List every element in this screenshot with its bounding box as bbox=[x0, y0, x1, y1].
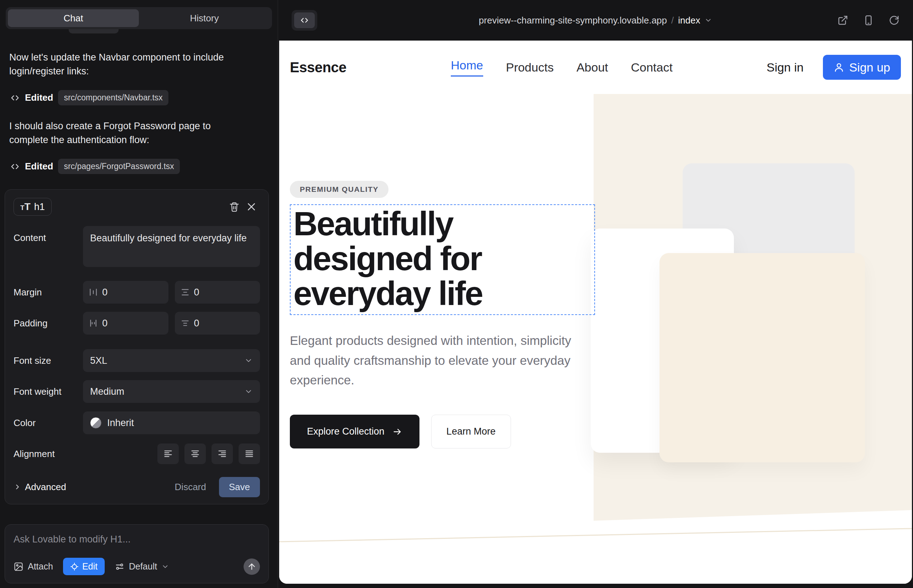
site-preview: Essence Home Products About Contact Sign… bbox=[279, 40, 912, 584]
hero-cta-row: Explore Collection Learn More bbox=[290, 415, 607, 449]
save-button[interactable]: Save bbox=[219, 477, 260, 497]
close-editor-button[interactable] bbox=[243, 198, 260, 215]
nav-link-home[interactable]: Home bbox=[451, 58, 483, 76]
app-root: Chat History Now let's update the Navbar… bbox=[0, 0, 913, 588]
sign-up-button[interactable]: Sign up bbox=[823, 55, 901, 80]
attach-button[interactable]: Attach bbox=[13, 561, 53, 572]
tab-history[interactable]: History bbox=[139, 9, 270, 27]
explore-collection-button[interactable]: Explore Collection bbox=[290, 415, 419, 449]
hero-content: PREMIUM QUALITY Beautifully designed for… bbox=[279, 94, 607, 449]
content-textarea[interactable]: Beautifully designed for everyday life bbox=[83, 226, 260, 267]
selected-h1-outline[interactable]: Beautifully designed for everyday life bbox=[290, 204, 595, 315]
composer-input[interactable] bbox=[13, 534, 260, 545]
code-icon bbox=[294, 13, 315, 28]
padding-row: Padding bbox=[13, 312, 260, 334]
preview-panel: preview--charming-site-symphony.lovable.… bbox=[278, 0, 913, 588]
font-weight-row: Font weight Medium bbox=[13, 380, 260, 403]
close-icon bbox=[246, 202, 257, 212]
refresh-icon bbox=[889, 15, 900, 26]
align-center-icon bbox=[190, 449, 200, 459]
font-weight-label: Font weight bbox=[13, 386, 83, 397]
font-weight-value: Medium bbox=[90, 386, 124, 397]
chat-messages: Now let's update the Navbar component to… bbox=[0, 50, 278, 174]
align-center-button[interactable] bbox=[185, 444, 206, 464]
mobile-view-button[interactable] bbox=[863, 15, 874, 26]
padding-y-field[interactable] bbox=[175, 312, 260, 334]
chevron-down-icon bbox=[704, 16, 712, 24]
color-select[interactable]: Inherit bbox=[83, 412, 260, 434]
code-icon bbox=[10, 162, 20, 171]
code-view-toggle[interactable] bbox=[291, 10, 317, 31]
site-brand[interactable]: Essence bbox=[290, 60, 346, 76]
padding-x-field[interactable] bbox=[83, 312, 168, 334]
align-justify-icon bbox=[244, 449, 254, 459]
sliders-icon bbox=[115, 562, 125, 572]
chat-history-tabs: Chat History bbox=[6, 7, 272, 29]
refresh-button[interactable] bbox=[889, 15, 900, 26]
headline-line-2: designed for bbox=[293, 241, 590, 276]
edited-file-badge[interactable]: src/pages/ForgotPassword.tsx bbox=[58, 159, 180, 174]
color-swatch bbox=[90, 417, 102, 428]
edited-label: Edited bbox=[25, 92, 53, 103]
nav-link-contact[interactable]: Contact bbox=[631, 60, 673, 74]
tab-chat[interactable]: Chat bbox=[8, 9, 139, 27]
headline-line-1: Beautifully bbox=[293, 207, 590, 241]
discard-button[interactable]: Discard bbox=[169, 478, 212, 496]
open-external-button[interactable] bbox=[837, 15, 848, 26]
attach-label: Attach bbox=[28, 561, 53, 572]
chevron-down-icon bbox=[244, 356, 253, 365]
padding-x-input[interactable] bbox=[102, 318, 163, 329]
default-label: Default bbox=[129, 561, 157, 572]
url-bar[interactable]: preview--charming-site-symphony.lovable.… bbox=[479, 15, 712, 26]
padding-y-input[interactable] bbox=[194, 318, 254, 329]
font-weight-select[interactable]: Medium bbox=[83, 380, 260, 403]
chevron-right-icon bbox=[13, 483, 21, 491]
color-row: Color Inherit bbox=[13, 412, 260, 434]
align-left-button[interactable] bbox=[157, 444, 179, 464]
chevron-down-icon bbox=[161, 563, 169, 570]
editor-footer: Advanced Discard Save bbox=[13, 477, 260, 497]
nav-link-products[interactable]: Products bbox=[506, 60, 554, 74]
typography-icon: TT bbox=[20, 201, 31, 213]
sign-in-link[interactable]: Sign in bbox=[767, 60, 804, 74]
nav-link-about[interactable]: About bbox=[576, 60, 608, 74]
default-mode-button[interactable]: Default bbox=[115, 561, 169, 572]
align-justify-button[interactable] bbox=[239, 444, 260, 464]
site-navbar: Essence Home Products About Contact Sign… bbox=[279, 40, 912, 94]
margin-x-input[interactable] bbox=[102, 287, 163, 298]
selected-element-pill[interactable]: TT h1 bbox=[13, 198, 52, 216]
margin-label: Margin bbox=[13, 287, 83, 298]
align-right-button[interactable] bbox=[212, 444, 233, 464]
font-size-select[interactable]: 5XL bbox=[83, 349, 260, 372]
color-value: Inherit bbox=[107, 417, 134, 428]
external-link-icon bbox=[837, 15, 848, 26]
font-size-label: Font size bbox=[13, 355, 83, 366]
site-headline[interactable]: Beautifully designed for everyday life bbox=[293, 207, 590, 311]
padding-horizontal-icon bbox=[89, 318, 98, 328]
sign-up-label: Sign up bbox=[849, 60, 890, 74]
padding-vertical-icon bbox=[181, 318, 190, 328]
chat-composer: Attach Edit Default bbox=[5, 524, 269, 583]
font-size-value: 5XL bbox=[90, 355, 107, 366]
align-left-icon bbox=[163, 449, 173, 459]
code-icon bbox=[10, 93, 20, 103]
padding-label: Padding bbox=[13, 318, 83, 329]
advanced-label: Advanced bbox=[25, 481, 66, 493]
delete-element-button[interactable] bbox=[226, 198, 243, 215]
edited-file-badge[interactable]: src/components/Navbar.tsx bbox=[58, 90, 168, 105]
chat-sidebar: Chat History Now let's update the Navbar… bbox=[0, 0, 278, 588]
learn-more-button[interactable]: Learn More bbox=[431, 415, 511, 449]
hero-paragraph: Elegant products designed with intention… bbox=[290, 331, 575, 390]
headline-line-3: everyday life bbox=[293, 276, 590, 311]
margin-y-input[interactable] bbox=[194, 287, 254, 298]
margin-x-field[interactable] bbox=[83, 281, 168, 304]
advanced-toggle[interactable]: Advanced bbox=[13, 481, 66, 493]
smartphone-icon bbox=[863, 15, 874, 26]
margin-y-field[interactable] bbox=[175, 281, 260, 304]
editor-header: TT h1 bbox=[13, 196, 260, 218]
send-button[interactable] bbox=[244, 559, 260, 575]
composer-toolbar: Attach Edit Default bbox=[13, 558, 260, 575]
user-icon bbox=[834, 62, 844, 73]
content-label: Content bbox=[13, 226, 83, 244]
edit-mode-button[interactable]: Edit bbox=[63, 558, 105, 575]
